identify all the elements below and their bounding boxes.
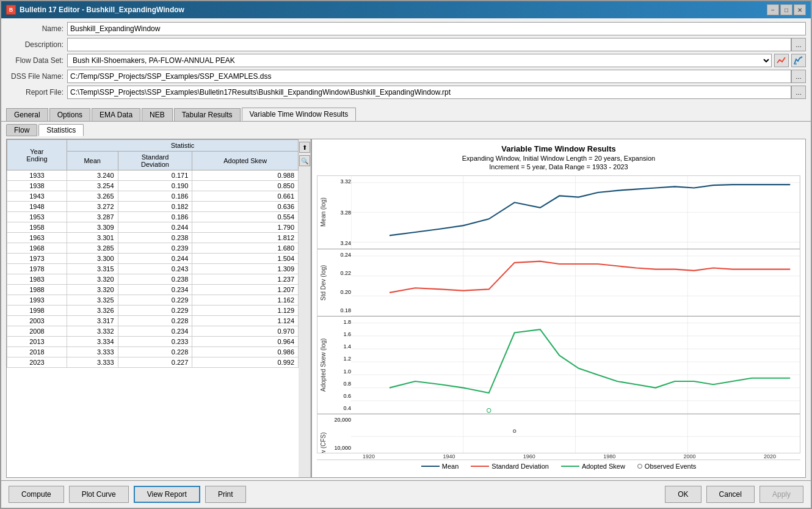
sub-tab-statistics[interactable]: Statistics (38, 124, 84, 136)
cell-year: 1938 (7, 181, 67, 191)
cell-mean: 3.240 (67, 170, 118, 181)
table-row: 2003 3.317 0.228 1.124 (7, 316, 299, 326)
table-row: 1958 3.309 0.244 1.790 (7, 222, 299, 233)
skew-chart-svg (351, 317, 800, 414)
dss-file-browse-button[interactable]: … (791, 70, 806, 83)
tab-options[interactable]: Options (49, 108, 90, 121)
cell-year: 2013 (7, 337, 67, 347)
cell-std-dev: 0.243 (118, 264, 192, 274)
cell-mean: 3.309 (67, 222, 118, 233)
cell-mean: 3.272 (67, 202, 118, 212)
cell-std-dev: 0.238 (118, 233, 192, 243)
cell-year: 2018 (7, 347, 67, 357)
compute-button[interactable]: Compute (9, 486, 64, 503)
tab-tabular-results[interactable]: Tabular Results (174, 108, 241, 121)
minimize-button[interactable]: − (767, 4, 779, 15)
cell-adopted-skew: 0.850 (192, 181, 299, 191)
cell-year: 1933 (7, 170, 67, 181)
std-y-ticks: 0.24 0.22 0.20 0.18 (329, 249, 351, 316)
mean-y-label: Mean (log) (317, 176, 329, 249)
view-report-button[interactable]: View Report (134, 486, 200, 503)
std-chart-svg (351, 249, 800, 316)
cell-adopted-skew: 1.237 (192, 274, 299, 285)
print-button[interactable]: Print (205, 486, 246, 503)
cell-std-dev: 0.186 (118, 191, 192, 202)
bottom-bar: Compute Plot Curve View Report Print OK … (1, 480, 811, 508)
ok-button[interactable]: OK (665, 486, 701, 503)
description-browse-button[interactable]: … (791, 38, 806, 51)
flow-chart-blue-icon[interactable] (791, 54, 806, 67)
mean-chart-section: Mean (log) 3.32 3.28 3.24 (317, 176, 800, 249)
table-row: 1973 3.300 0.244 1.504 (7, 254, 299, 264)
flow-data-set-select[interactable]: Bush Kill-Shoemakers, PA-FLOW-ANNUAL PEA… (67, 54, 772, 67)
cell-std-dev: 0.244 (118, 222, 192, 233)
flow-chart-red-icon[interactable] (774, 54, 789, 67)
table-row: 2008 3.332 0.234 0.970 (7, 326, 299, 337)
sub-tab-flow[interactable]: Flow (6, 124, 37, 136)
std-y-label: Std Dev (log) (317, 249, 329, 316)
table-row: 1948 3.272 0.182 0.636 (7, 202, 299, 212)
col-header-adopted-skew: Adopted Skew (192, 152, 299, 170)
tab-variable-time-window[interactable]: Variable Time Window Results (242, 108, 357, 121)
table-row: 1988 3.320 0.234 1.207 (7, 285, 299, 295)
arrow-tool-button[interactable]: ⬆ (299, 142, 310, 153)
mean-chart-svg (351, 176, 800, 249)
dss-file-input[interactable] (67, 70, 791, 83)
name-input[interactable] (67, 22, 806, 35)
cell-std-dev: 0.190 (118, 181, 192, 191)
zoom-tool-button[interactable]: 🔍 (299, 155, 310, 166)
cell-year: 1953 (7, 212, 67, 222)
mean-y-ticks: 3.32 3.28 3.24 (329, 176, 351, 249)
cell-year: 2023 (7, 357, 67, 368)
cell-year: 1958 (7, 222, 67, 233)
table-panel: YearEnding Statistic Mean StandardDeviat… (7, 139, 312, 477)
cell-std-dev: 0.228 (118, 347, 192, 357)
apply-button[interactable]: Apply (759, 486, 803, 503)
maximize-button[interactable]: □ (780, 4, 792, 15)
name-label: Name: (6, 24, 67, 33)
cell-year: 1998 (7, 306, 67, 316)
cell-year: 2008 (7, 326, 67, 337)
svg-point-51 (513, 430, 516, 432)
cell-adopted-skew: 1.812 (192, 233, 299, 243)
svg-point-27 (487, 409, 491, 412)
cell-year: 1943 (7, 191, 67, 202)
plot-curve-button[interactable]: Plot Curve (69, 486, 129, 503)
cell-mean: 3.320 (67, 274, 118, 285)
chart-subtitle1: Expanding Window, Initial Window Length … (317, 155, 800, 162)
sub-tabs: Flow Statistics (6, 124, 806, 136)
report-file-browse-button[interactable]: … (791, 86, 806, 99)
cell-adopted-skew: 0.992 (192, 357, 299, 368)
close-button[interactable]: ✕ (794, 4, 806, 15)
table-row: 2013 3.334 0.233 0.964 (7, 337, 299, 347)
cell-adopted-skew: 0.986 (192, 347, 299, 357)
legend-observed: Observed Events (637, 463, 696, 470)
tab-ema-data[interactable]: EMA Data (92, 108, 140, 121)
table-row: 1993 3.325 0.229 1.162 (7, 295, 299, 306)
cell-year: 2003 (7, 316, 67, 326)
cell-adopted-skew: 0.970 (192, 326, 299, 337)
flow-chart-svg (351, 414, 800, 453)
tab-general[interactable]: General (6, 108, 48, 121)
table-row: 1978 3.315 0.243 1.309 (7, 264, 299, 274)
form-area: Name: Description: … Flow Data Set: Bush… (1, 18, 811, 105)
cell-adopted-skew: 0.964 (192, 337, 299, 347)
x-axis-labels: 1920 1940 1960 1980 2000 2020 (317, 453, 800, 460)
cell-std-dev: 0.228 (118, 316, 192, 326)
tab-neb[interactable]: NEB (142, 108, 173, 121)
cell-mean: 3.334 (67, 337, 118, 347)
cell-mean: 3.287 (67, 212, 118, 222)
report-file-input[interactable] (67, 86, 791, 99)
statistics-table: YearEnding Statistic Mean StandardDeviat… (7, 139, 299, 368)
description-input[interactable] (67, 38, 791, 51)
std-dev-chart-section: Std Dev (log) 0.24 0.22 0.20 0.18 (317, 249, 800, 317)
cancel-button[interactable]: Cancel (706, 486, 755, 503)
flow-y-label: Flow (CFS) (317, 414, 329, 453)
table-row: 1953 3.287 0.186 0.554 (7, 212, 299, 222)
table-row: 1983 3.320 0.238 1.237 (7, 274, 299, 285)
main-tabs: General Options EMA Data NEB Tabular Res… (1, 108, 811, 121)
cell-std-dev: 0.182 (118, 202, 192, 212)
cell-year: 1993 (7, 295, 67, 306)
cell-adopted-skew: 0.636 (192, 202, 299, 212)
data-table-container[interactable]: YearEnding Statistic Mean StandardDeviat… (7, 139, 299, 477)
